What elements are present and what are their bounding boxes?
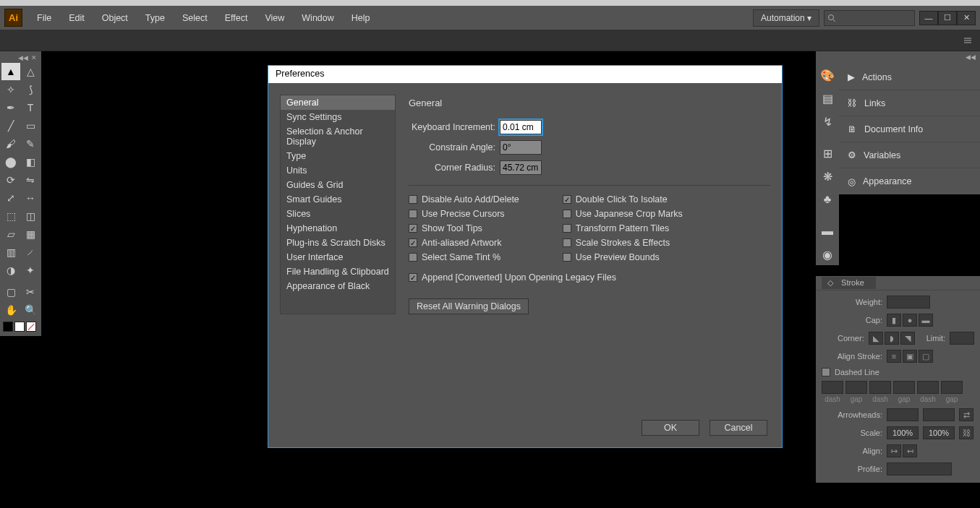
checkbox-use-japanese-crop-marks[interactable] (563, 210, 571, 218)
cap-projecting[interactable]: ▬ (919, 314, 933, 327)
checkbox-scale-strokes-effects[interactable] (563, 238, 571, 247)
keyboard-increment-input[interactable] (500, 120, 542, 134)
blob-brush-tool[interactable]: ⬤ (1, 153, 20, 171)
align-outside[interactable]: ▢ (919, 350, 933, 363)
selection-tool[interactable]: ▲ (1, 63, 20, 80)
reset-warnings-button[interactable]: Reset All Warning Dialogs (409, 298, 529, 314)
brushes-icon[interactable]: ↯ (817, 111, 838, 132)
eyedropper-tool[interactable]: ⟋ (21, 244, 40, 261)
checkbox-use-preview-bounds[interactable] (563, 253, 571, 262)
lasso-tool[interactable]: ⟆ (21, 81, 40, 98)
profile-dropdown[interactable] (887, 462, 952, 475)
constrain-angle-input[interactable] (500, 140, 542, 155)
appearance-icon[interactable]: ♣ (817, 189, 838, 210)
blend-tool[interactable]: ◑ (1, 262, 20, 279)
swatches-icon[interactable]: ▤ (817, 87, 838, 109)
align-path[interactable]: ↤ (903, 444, 917, 457)
shape-builder-tool[interactable]: ◫ (21, 207, 40, 225)
weight-input[interactable] (887, 296, 930, 309)
scale-start[interactable] (887, 426, 919, 439)
panel-row-links[interactable]: ⛓Links (839, 90, 980, 116)
pencil-tool[interactable]: ✎ (21, 135, 40, 152)
dash-input-dash[interactable] (869, 381, 891, 394)
menu-edit[interactable]: Edit (60, 10, 93, 26)
close-icon[interactable]: ✕ (31, 54, 37, 61)
swatch-none[interactable] (26, 322, 36, 332)
swatch-black[interactable] (3, 322, 13, 332)
link-scale[interactable]: ⛓ (959, 426, 973, 439)
cap-round[interactable]: ● (903, 314, 917, 327)
close-button[interactable]: ✕ (957, 11, 976, 25)
menu-view[interactable]: View (256, 10, 293, 26)
pref-side-file-handling-clipboard[interactable]: File Handling & Clipboard (281, 264, 395, 279)
swap-arrowheads[interactable]: ⇄ (959, 408, 973, 421)
align-inside[interactable]: ▣ (903, 350, 917, 363)
artboard-tool[interactable]: ▢ (1, 283, 20, 301)
pref-side-appearance-of-black[interactable]: Appearance of Black (281, 279, 395, 293)
limit-input[interactable] (950, 332, 974, 345)
checkbox-select-same-tint-[interactable] (409, 253, 417, 262)
pen-tool[interactable]: ✒ (1, 99, 20, 116)
pref-side-smart-guides[interactable]: Smart Guides (281, 192, 395, 207)
pref-side-selection-anchor-display[interactable]: Selection & Anchor Display (281, 124, 395, 149)
align-center[interactable]: ≡ (887, 350, 901, 363)
menu-type[interactable]: Type (137, 10, 174, 26)
pref-side-units[interactable]: Units (281, 163, 395, 178)
checkbox-show-tool-tips[interactable] (409, 224, 417, 233)
menu-select[interactable]: Select (174, 10, 216, 26)
type-tool[interactable]: T (21, 99, 40, 116)
automation-dropdown[interactable]: Automation ▾ (753, 9, 819, 27)
ok-button[interactable]: OK (642, 420, 699, 436)
rotate-tool[interactable]: ⟳ (1, 171, 20, 189)
rectangle-tool[interactable]: ▭ (21, 117, 40, 134)
collapse-icon[interactable]: ◀◀ (18, 54, 28, 61)
panel-menu-icon[interactable] (963, 35, 973, 46)
checkbox-disable-auto-add-delete[interactable] (409, 195, 417, 204)
reflect-tool[interactable]: ⇋ (21, 171, 40, 189)
panel-row-actions[interactable]: ▶Actions (839, 64, 980, 90)
line-tool[interactable]: ╱ (1, 117, 20, 134)
dashed-line-checkbox[interactable] (822, 368, 830, 376)
checkbox-use-precise-cursors[interactable] (409, 210, 417, 218)
dash-input-dash[interactable] (917, 381, 939, 394)
dash-input-gap[interactable] (893, 381, 915, 394)
menu-effect[interactable]: Effect (216, 10, 257, 26)
pref-side-guides-grid[interactable]: Guides & Grid (281, 178, 395, 192)
transparency-icon[interactable]: ◉ (817, 244, 838, 265)
symbol-sprayer-tool[interactable]: ✦ (21, 262, 40, 279)
zoom-tool[interactable]: 🔍 (21, 301, 40, 319)
magic-wand-tool[interactable]: ✧ (1, 81, 20, 98)
dash-input-gap[interactable] (845, 381, 867, 394)
dash-input-gap[interactable] (941, 381, 963, 394)
symbols-icon[interactable]: ⊞ (817, 142, 838, 164)
direct-selection-tool[interactable]: △ (21, 63, 40, 80)
checkbox-double-click-to-isolate[interactable] (563, 195, 571, 204)
hand-tool[interactable]: ✋ (1, 301, 20, 319)
dash-input-dash[interactable] (822, 381, 843, 394)
corner-radius-input[interactable] (500, 160, 542, 175)
menu-file[interactable]: File (28, 10, 60, 26)
checkbox-anti-aliased-artwork[interactable] (409, 238, 417, 247)
graphic-styles-icon[interactable]: ❋ (817, 165, 838, 187)
pref-side-hyphenation[interactable]: Hyphenation (281, 221, 395, 236)
arrowhead-end[interactable] (923, 408, 955, 421)
checkbox-transform-pattern-tiles[interactable] (563, 224, 571, 233)
menu-help[interactable]: Help (343, 10, 379, 26)
panel-row-appearance[interactable]: ◎Appearance (839, 168, 980, 194)
menu-object[interactable]: Object (93, 10, 137, 26)
cancel-button[interactable]: Cancel (710, 420, 767, 436)
arrowhead-start[interactable] (887, 408, 919, 421)
minimize-button[interactable]: — (919, 11, 938, 25)
append-converted-checkbox[interactable] (409, 273, 417, 282)
pref-side-slices[interactable]: Slices (281, 207, 395, 221)
color-icon[interactable]: 🎨 (817, 64, 838, 86)
perspective-tool[interactable]: ▱ (1, 225, 20, 243)
pref-side-user-interface[interactable]: User Interface (281, 250, 395, 264)
gradient-tool[interactable]: ▥ (1, 244, 20, 261)
scale-end[interactable] (923, 426, 955, 439)
corner-miter[interactable]: ◣ (869, 332, 883, 345)
width-tool[interactable]: ↔ (21, 189, 40, 207)
free-transform-tool[interactable]: ⬚ (1, 207, 20, 225)
panel-row-variables[interactable]: ⚙Variables (839, 142, 980, 168)
menu-window[interactable]: Window (293, 10, 342, 26)
